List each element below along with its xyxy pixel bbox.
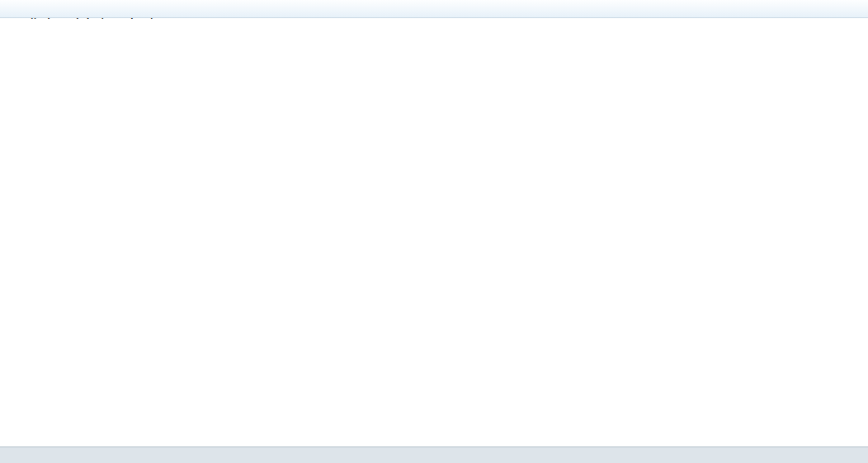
toolbar [0, 0, 868, 18]
main-indicator-bar [0, 19, 868, 36]
sub-indicator-bar [0, 361, 495, 375]
price-chart[interactable] [0, 36, 868, 446]
indicator-tabs-bar [0, 446, 868, 463]
